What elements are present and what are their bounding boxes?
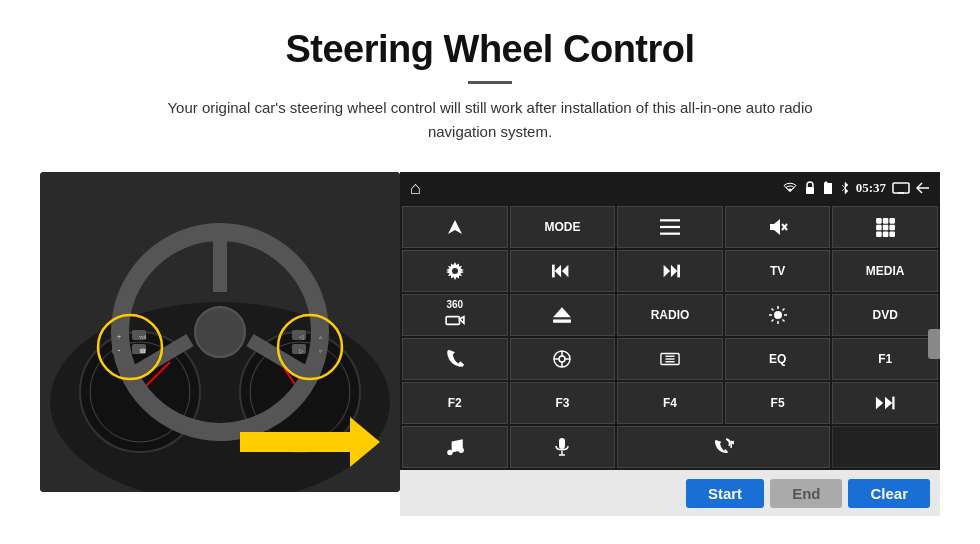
svg-point-63 [774, 311, 782, 319]
steering-wheel-image: + - vol ☎ ◁ ▷ ▵ ▿ [40, 172, 400, 492]
svg-rect-36 [660, 219, 680, 221]
btn-settings[interactable] [402, 250, 508, 292]
svg-line-68 [771, 309, 773, 311]
svg-rect-62 [554, 319, 572, 322]
btn-mic[interactable] [510, 426, 616, 468]
btn-media[interactable]: MEDIA [832, 250, 938, 292]
btn-cam360[interactable]: 360 [402, 294, 508, 336]
start-button[interactable]: Start [686, 479, 764, 508]
svg-marker-35 [448, 220, 462, 234]
svg-point-87 [458, 448, 464, 454]
svg-rect-44 [890, 218, 896, 224]
svg-text:▵: ▵ [319, 334, 322, 340]
title-divider [468, 81, 512, 84]
btn-eject[interactable] [510, 294, 616, 336]
svg-rect-48 [876, 231, 882, 237]
svg-rect-50 [890, 231, 896, 237]
svg-rect-33 [893, 183, 909, 193]
sd-icon [822, 181, 834, 195]
svg-text:vol: vol [139, 334, 147, 340]
svg-text:▷: ▷ [299, 348, 304, 354]
page-wrapper: Steering Wheel Control Your original car… [0, 0, 980, 544]
svg-marker-56 [664, 265, 670, 278]
btn-f1[interactable]: F1 [832, 338, 938, 380]
svg-point-86 [447, 450, 453, 456]
scroll-tab[interactable] [928, 329, 940, 359]
control-panel: ⌂ [400, 172, 940, 516]
svg-marker-39 [770, 219, 780, 235]
svg-rect-47 [890, 225, 896, 231]
subtitle-text: Your original car's steering wheel contr… [140, 96, 840, 144]
svg-rect-42 [876, 218, 882, 224]
svg-point-12 [195, 307, 245, 357]
btn-empty [832, 426, 938, 468]
svg-line-70 [782, 309, 784, 311]
svg-rect-88 [559, 438, 565, 449]
btn-dvd[interactable]: DVD [832, 294, 938, 336]
lock-icon [804, 181, 816, 195]
action-bar: Start End Clear [400, 470, 940, 516]
btn-tv[interactable]: TV [725, 250, 831, 292]
svg-rect-46 [883, 225, 889, 231]
btn-f3[interactable]: F3 [510, 382, 616, 424]
btn-screen-ratio[interactable] [617, 338, 723, 380]
svg-text:▿: ▿ [319, 348, 322, 354]
svg-text:+: + [117, 332, 122, 341]
svg-text:☎: ☎ [139, 348, 147, 354]
svg-marker-82 [876, 397, 883, 410]
svg-rect-32 [806, 187, 814, 194]
buttons-grid: MODE [400, 204, 940, 470]
status-bar-right: 05:37 [782, 180, 930, 196]
svg-text:◁: ◁ [299, 334, 304, 340]
btn-f5[interactable]: F5 [725, 382, 831, 424]
btn-nav[interactable] [402, 206, 508, 248]
svg-text:-: - [118, 346, 121, 355]
svg-rect-84 [892, 397, 894, 410]
svg-line-71 [771, 320, 773, 322]
svg-point-52 [452, 268, 458, 274]
svg-rect-43 [883, 218, 889, 224]
wifi-icon [782, 182, 798, 194]
svg-rect-58 [677, 265, 680, 278]
svg-rect-59 [446, 316, 459, 324]
svg-marker-54 [555, 265, 561, 278]
status-bar: ⌂ [400, 172, 940, 204]
btn-phone[interactable] [402, 338, 508, 380]
btn-next[interactable] [617, 250, 723, 292]
home-icon[interactable]: ⌂ [410, 178, 421, 199]
status-time: 05:37 [856, 180, 886, 196]
svg-rect-38 [660, 233, 680, 235]
btn-mode[interactable]: MODE [510, 206, 616, 248]
content-area: + - vol ☎ ◁ ▷ ▵ ▿ [40, 172, 940, 516]
btn-brightness[interactable] [725, 294, 831, 336]
bluetooth-icon [840, 181, 850, 195]
back-icon [916, 182, 930, 194]
svg-marker-57 [671, 265, 677, 278]
btn-eq[interactable]: EQ [725, 338, 831, 380]
svg-line-69 [782, 320, 784, 322]
svg-point-73 [559, 356, 565, 362]
btn-list[interactable] [617, 206, 723, 248]
btn-apps[interactable] [832, 206, 938, 248]
clear-button[interactable]: Clear [848, 479, 930, 508]
svg-rect-49 [883, 231, 889, 237]
svg-rect-37 [660, 226, 680, 228]
screen-icon [892, 182, 910, 194]
svg-marker-83 [885, 397, 892, 410]
svg-marker-61 [554, 307, 572, 317]
btn-f4[interactable]: F4 [617, 382, 723, 424]
svg-rect-55 [552, 265, 555, 278]
btn-radio[interactable]: RADIO [617, 294, 723, 336]
btn-navi[interactable] [510, 338, 616, 380]
btn-prev[interactable] [510, 250, 616, 292]
btn-mute[interactable] [725, 206, 831, 248]
btn-playpause[interactable] [832, 382, 938, 424]
steering-wheel-svg: + - vol ☎ ◁ ▷ ▵ ▿ [40, 172, 400, 492]
btn-music[interactable] [402, 426, 508, 468]
btn-f2[interactable]: F2 [402, 382, 508, 424]
page-title: Steering Wheel Control [140, 28, 840, 71]
end-button[interactable]: End [770, 479, 842, 508]
svg-rect-45 [876, 225, 882, 231]
svg-marker-53 [562, 265, 568, 278]
btn-call[interactable] [617, 426, 830, 468]
